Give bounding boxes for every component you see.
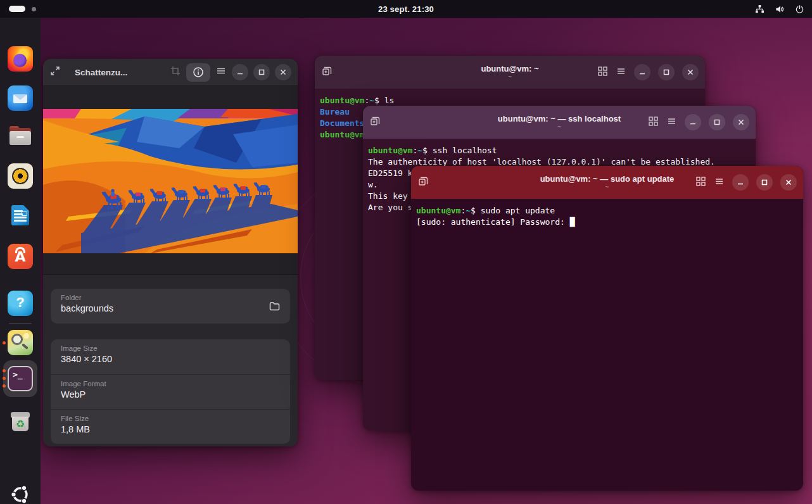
- dock-item-rhythmbox[interactable]: [8, 163, 33, 189]
- terminal-output[interactable]: ubuntu@vm:~$ sudo apt update[sudo: authe…: [411, 199, 803, 234]
- terminal-window-sudo-apt-update: ubuntu@vm: ~ — sudo apt update ~ ubuntu@…: [411, 166, 803, 491]
- menu-icon[interactable]: [616, 66, 626, 79]
- property-value: 3840 × 2160: [61, 354, 280, 364]
- maximize-button[interactable]: [756, 174, 773, 191]
- running-indicator-dot: [3, 384, 6, 387]
- property-label: Image Format: [61, 380, 280, 387]
- power-icon: [795, 4, 804, 14]
- terminal-titlebar[interactable]: ubuntu@vm: ~ — sudo apt update ~: [411, 166, 803, 199]
- minimize-button[interactable]: [232, 64, 248, 80]
- crop-icon[interactable]: [170, 65, 181, 79]
- dock-item-thunderbird[interactable]: [8, 85, 33, 111]
- running-indicator-dot: [3, 377, 6, 380]
- tab-overview-icon[interactable]: [648, 116, 659, 129]
- new-tab-icon[interactable]: [417, 175, 429, 190]
- window-subtitle: ~: [606, 184, 609, 191]
- dock-item-terminal[interactable]: >_: [8, 366, 33, 391]
- close-button[interactable]: [682, 64, 699, 80]
- property-file-size: File Size 1,8 MB: [51, 409, 290, 444]
- open-folder-button[interactable]: [266, 298, 282, 314]
- maximize-button[interactable]: [253, 64, 270, 80]
- dock-divider: [9, 323, 32, 324]
- image-viewer-window: Schattenzu...: [43, 59, 298, 446]
- maximize-button[interactable]: [709, 114, 725, 130]
- info-toggle-button[interactable]: [186, 63, 210, 82]
- property-value: WebP: [61, 389, 280, 400]
- window-title: ubuntu@vm: ~: [481, 64, 538, 73]
- image-viewer-icon: [8, 330, 33, 355]
- window-title: Schattenzu...: [75, 68, 127, 77]
- minimize-button[interactable]: [732, 174, 749, 191]
- wallpaper-image: [43, 109, 298, 253]
- close-button[interactable]: [733, 114, 749, 130]
- menu-icon[interactable]: [215, 65, 227, 79]
- property-image-format: Image Format WebP: [51, 374, 290, 409]
- info-icon: [193, 66, 204, 78]
- new-tab-icon[interactable]: [321, 65, 333, 80]
- property-image-size: Image Size 3840 × 2160: [51, 339, 290, 374]
- menu-icon[interactable]: [666, 116, 677, 129]
- property-label: Image Size: [61, 344, 280, 352]
- property-label: File Size: [61, 415, 280, 422]
- property-folder[interactable]: Folder backgrounds: [51, 289, 290, 324]
- close-button[interactable]: [780, 174, 797, 191]
- minimize-button[interactable]: [685, 114, 701, 130]
- minimize-button[interactable]: [634, 64, 650, 80]
- tab-overview-icon[interactable]: [597, 66, 608, 79]
- ubuntu-logo-icon: [10, 484, 30, 504]
- dock-item-libreoffice-writer[interactable]: [8, 203, 33, 228]
- clock[interactable]: 23 sept. 21:30: [378, 4, 434, 14]
- window-subtitle: ~: [557, 123, 561, 131]
- firefox-icon: [8, 46, 33, 72]
- folder-icon: [269, 301, 280, 311]
- trash-icon: ♻: [8, 409, 33, 434]
- dock-item-files[interactable]: [8, 123, 33, 149]
- top-bar: 23 sept. 21:30: [0, 0, 812, 18]
- terminal-icon: >_: [8, 366, 33, 391]
- window-title: ubuntu@vm: ~ — sudo apt update: [540, 174, 675, 184]
- image-viewer-titlebar[interactable]: Schattenzu...: [43, 59, 298, 86]
- dock: A ? >_ ♻: [0, 18, 41, 504]
- dock-item-app-center[interactable]: A: [8, 244, 33, 269]
- dock-item-help[interactable]: ?: [8, 291, 33, 316]
- maximize-button[interactable]: [658, 64, 675, 80]
- terminal-titlebar[interactable]: ubuntu@vm: ~ — ssh localhost ~: [363, 106, 756, 139]
- dock-item-image-viewer[interactable]: [8, 330, 33, 355]
- rhythmbox-icon: [8, 163, 33, 189]
- thunderbird-icon: [8, 85, 33, 111]
- fullscreen-expand-icon[interactable]: [49, 65, 61, 79]
- property-group: Image Size 3840 × 2160 Image Format WebP…: [51, 339, 290, 444]
- menu-icon[interactable]: [714, 176, 725, 189]
- property-label: Folder: [61, 294, 280, 301]
- network-wired-icon: [755, 4, 764, 14]
- workspace-active-pill: [9, 6, 25, 12]
- help-icon: ?: [8, 291, 33, 316]
- dock-item-show-apps[interactable]: [10, 484, 30, 504]
- image-canvas: [43, 86, 298, 274]
- system-tray[interactable]: [755, 0, 804, 18]
- tab-overview-icon[interactable]: [695, 176, 706, 189]
- running-indicator-dot: [3, 369, 6, 372]
- property-value: backgrounds: [61, 303, 280, 313]
- workspace-inactive-dot: [32, 7, 36, 11]
- close-button[interactable]: [275, 64, 291, 80]
- running-indicator-dot: [3, 341, 6, 344]
- app-center-icon: A: [8, 244, 33, 269]
- volume-icon: [775, 4, 785, 14]
- workspace-indicator[interactable]: [9, 0, 36, 18]
- libreoffice-writer-icon: [8, 203, 33, 228]
- property-value: 1,8 MB: [61, 424, 280, 434]
- new-tab-icon[interactable]: [369, 115, 381, 130]
- terminal-titlebar[interactable]: ubuntu@vm: ~ ~: [315, 56, 705, 89]
- dock-item-trash[interactable]: ♻: [8, 409, 33, 434]
- window-subtitle: ~: [508, 73, 512, 81]
- files-icon: [8, 123, 33, 149]
- dock-item-firefox[interactable]: [8, 46, 33, 72]
- image-properties-panel: Folder backgrounds Image Size 3840 × 216…: [43, 274, 298, 446]
- window-title: ubuntu@vm: ~ — ssh localhost: [498, 114, 621, 123]
